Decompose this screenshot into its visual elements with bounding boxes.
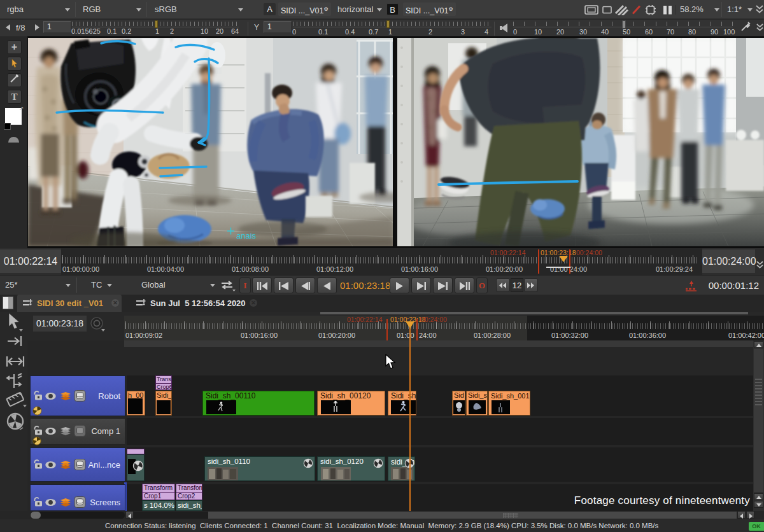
svg-text:anais: anais — [236, 231, 257, 241]
